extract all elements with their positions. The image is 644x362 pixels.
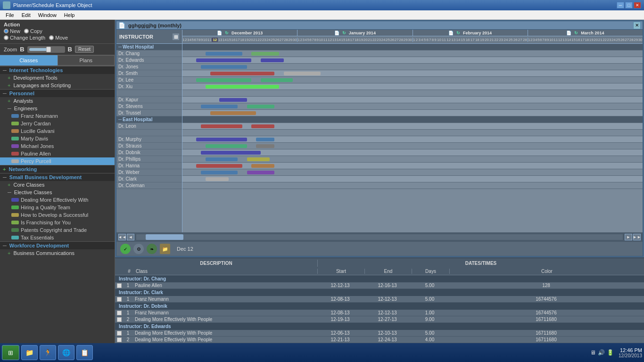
engineer-pauline-allen[interactable]: Pauline Allen — [0, 150, 115, 157]
desc-dates-header: DATES/TIMES — [318, 260, 644, 267]
engineer-michael-jones[interactable]: Michael Jones — [0, 142, 115, 150]
gantt-row-dr-edwards[interactable] — [182, 57, 643, 64]
elective-tax[interactable]: Tax Essentials — [0, 234, 115, 241]
start-button[interactable]: ⊞ — [2, 345, 19, 360]
engineer-lucille-galvani[interactable]: Lucille Galvani — [0, 127, 115, 135]
menu-help[interactable]: Help — [60, 11, 79, 19]
move-radio[interactable]: Move — [49, 35, 68, 41]
gantt-row-dr-trussel[interactable] — [182, 110, 643, 116]
gantt-row-dr-clark[interactable] — [182, 176, 643, 182]
gantt-row-dr-xiu[interactable] — [182, 83, 643, 90]
elective-patents[interactable]: Patents Copyright and Trade — [0, 226, 115, 234]
taskbar-app-explorer[interactable]: 📁 — [21, 345, 38, 360]
color-dot — [11, 159, 19, 163]
menu-window[interactable]: Window — [34, 11, 60, 19]
gantt-close-button[interactable]: ✕ — [633, 22, 641, 29]
engineer-marty-davis[interactable]: Marty Davis — [0, 135, 115, 142]
gantt-row-dr-weber[interactable] — [182, 169, 643, 176]
status-green-icon[interactable]: ✓ — [120, 244, 131, 254]
reset-button[interactable]: Reset — [75, 46, 94, 53]
gantt-row-dr-jones[interactable] — [182, 64, 643, 70]
group-personnel[interactable]: ─ Personnel — [0, 89, 115, 97]
change-length-radio[interactable]: Change Length — [4, 35, 45, 41]
gantt-row-dr-leon[interactable] — [182, 123, 643, 130]
gantt-row-dr-strauss[interactable] — [182, 143, 643, 149]
gantt-row-dr-smith[interactable] — [182, 70, 643, 77]
bar-murphy-2 — [256, 138, 274, 141]
minimize-button[interactable]: ─ — [617, 2, 624, 8]
status-folder-icon[interactable]: 📁 — [160, 244, 170, 254]
nav-prev-button[interactable]: ◄ — [127, 234, 134, 240]
desc-class-name: Pauline Allen — [133, 283, 317, 288]
elective-franchising[interactable]: Is Franchising for You — [0, 219, 115, 226]
elective-hiring[interactable]: Hiring a Quality Team — [0, 204, 115, 211]
elective-how-develop[interactable]: How to Develop a Successful — [0, 211, 115, 219]
bar-edwards-2 — [261, 58, 284, 62]
new-radio[interactable]: New — [4, 28, 20, 34]
sidebar-item-languages-scripting[interactable]: + Languages and Scripting — [0, 82, 115, 89]
sidebar-item-elective-classes[interactable]: ─ Elective Classes — [0, 189, 115, 196]
menu-edit[interactable]: Edit — [18, 11, 34, 19]
gantt-row-dr-lee[interactable] — [182, 77, 643, 83]
tab-plans[interactable]: Plans — [58, 55, 115, 66]
gantt-row-dr-coleman[interactable] — [182, 182, 643, 189]
taskbar-app-4[interactable]: 📋 — [76, 345, 93, 360]
sidebar-item-business-communications[interactable]: + Business Communications — [0, 249, 115, 257]
new-radio-btn — [4, 29, 8, 33]
taskbar-app-2[interactable]: 🏃 — [40, 345, 56, 360]
taskbar-app-ie[interactable]: 🌐 — [58, 345, 74, 360]
row-checkbox[interactable] — [117, 311, 122, 315]
color-dot — [11, 144, 19, 148]
gantt-row-dr-stevens[interactable] — [182, 103, 643, 110]
gantt-row-dr-murphy[interactable] — [182, 136, 643, 143]
bar-chang-2 — [251, 52, 279, 56]
nav-last-button[interactable]: ►► — [633, 234, 641, 240]
gantt-header-bar: 📄 gghggjgjhg (monthly) ✕ — [116, 21, 643, 30]
zoom-slider[interactable] — [27, 46, 65, 53]
engineer-franz-neumann[interactable]: Franz Neumann — [0, 112, 115, 120]
elective-dealing[interactable]: Dealing More Effectively With — [0, 196, 115, 204]
gantt-row-dr-kapur[interactable] — [182, 97, 643, 103]
sidebar-item-engineers[interactable]: ─ Engineers — [0, 105, 115, 112]
tab-classes[interactable]: Classes — [0, 55, 58, 66]
description-section: DESCRIPTION DATES/TIMES # Class Start En… — [115, 257, 644, 343]
instructor-header-edwards: Instructor: Dr. Edwards — [115, 323, 644, 330]
desc-row-5: 1 Dealing More Effectively With People 1… — [115, 330, 644, 337]
bar-strauss-1 — [206, 144, 247, 148]
status-gear-icon[interactable]: ⚙ — [133, 244, 144, 254]
zoom-b-right[interactable]: B — [68, 46, 72, 53]
row-checkbox[interactable] — [117, 317, 122, 322]
bar-strauss-2 — [256, 144, 274, 148]
left-panel: Action New Copy Change Length Move Zoom … — [0, 20, 115, 343]
gantt-row-dr-chang[interactable] — [182, 50, 643, 57]
group-networking[interactable]: + Networking — [0, 165, 115, 173]
desc-row-num: 1 — [124, 296, 133, 302]
desc-col-color: Color — [450, 269, 644, 274]
gantt-row-dr-hanna[interactable] — [182, 163, 643, 169]
nav-next-button[interactable]: ► — [625, 234, 632, 240]
zoom-b-left[interactable]: B — [20, 46, 24, 53]
sidebar-item-analysts[interactable]: + Analysts — [0, 97, 115, 105]
nav-first-button[interactable]: ◄◄ — [118, 234, 126, 240]
engineer-jerry-cardan[interactable]: Jerry Cardan — [0, 120, 115, 127]
group-small-business[interactable]: ─ Small Business Development — [0, 173, 115, 181]
zoom-section: Zoom B B Reset — [0, 44, 115, 55]
gantt-row-dr-phillips[interactable] — [182, 156, 643, 163]
group-workforce[interactable]: ─ Workforce Development — [0, 241, 115, 249]
copy-radio[interactable]: Copy — [24, 28, 42, 34]
close-button[interactable]: ✕ — [634, 2, 641, 8]
gantt-scrollbar[interactable] — [136, 234, 623, 240]
maximize-button[interactable]: □ — [625, 2, 633, 8]
row-checkbox[interactable] — [117, 337, 122, 342]
sidebar-item-core-classes[interactable]: + Core Classes — [0, 181, 115, 189]
gantt-row-dr-dobnik[interactable] — [182, 149, 643, 156]
group-internet-technologies[interactable]: ─ Internet Technologies — [0, 66, 115, 74]
engineer-percy-purcell[interactable]: Percy Purcell — [0, 157, 115, 165]
row-checkbox[interactable] — [117, 283, 122, 288]
status-leaf-icon[interactable]: ❧ — [147, 244, 157, 254]
sidebar-item-development-tools[interactable]: + Development Tools — [0, 74, 115, 82]
expand-col-button[interactable]: ▤ — [173, 33, 179, 40]
row-checkbox[interactable] — [117, 331, 122, 336]
menu-file[interactable]: File — [2, 11, 18, 19]
row-checkbox[interactable] — [117, 297, 122, 302]
